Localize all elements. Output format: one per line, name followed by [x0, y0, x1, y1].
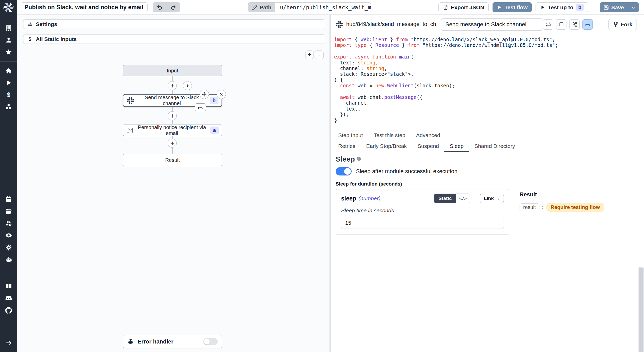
sidebar-item-discord[interactable]: [0, 292, 17, 304]
test-up-to-button[interactable]: Test up to b: [536, 2, 588, 12]
sidebar-item-user[interactable]: [0, 34, 17, 46]
windmill-logo-icon[interactable]: [3, 2, 14, 13]
home-icon: [5, 67, 12, 74]
test-flow-label: Test flow: [505, 4, 528, 11]
sidebar-item-robot[interactable]: [0, 254, 17, 266]
flow-node-email-step[interactable]: Personally notice recipient via email a: [123, 124, 222, 136]
play-icon: [497, 5, 502, 10]
sidebar-item-building[interactable]: [0, 22, 17, 34]
fork-button[interactable]: Fork: [608, 19, 637, 30]
sidebar-item-folder[interactable]: [0, 205, 17, 217]
redo-button[interactable]: [166, 2, 180, 12]
export-json-button[interactable]: Export JSON: [438, 2, 489, 12]
suspend-icon-button[interactable]: [569, 19, 580, 30]
error-handler-toggle[interactable]: [203, 338, 218, 345]
sidebar-item-calendar[interactable]: [0, 193, 17, 205]
tab-early-stop-break[interactable]: Early Stop/Break: [361, 141, 412, 152]
sidebar-item-eye[interactable]: [0, 229, 17, 241]
panel-resize-handle[interactable]: [329, 15, 331, 352]
sleep-value-input[interactable]: [341, 217, 504, 229]
eye-icon: [5, 232, 12, 239]
flow-node-result[interactable]: Result: [123, 154, 222, 166]
zoom-out-button[interactable]: -: [315, 51, 324, 59]
file-export-icon: [443, 5, 448, 10]
sleep-toggle-label: Sleep after module successful execution: [356, 168, 457, 175]
gmail-icon: [127, 127, 134, 134]
add-step-button[interactable]: [168, 139, 177, 148]
flow-settings-button[interactable]: Settings: [23, 19, 325, 29]
redo-icon: [170, 4, 176, 10]
save-dropdown-button[interactable]: [628, 2, 639, 12]
sidebar-item-users-cog[interactable]: [0, 217, 17, 229]
add-step-button[interactable]: [168, 111, 177, 120]
step-name-input[interactable]: [441, 18, 543, 31]
phone-incoming-icon: [572, 21, 578, 27]
static-mode-button[interactable]: Static: [434, 194, 456, 203]
test-up-to-label: Test up to: [548, 4, 573, 11]
move-step-button[interactable]: [200, 90, 209, 99]
flow-node-input[interactable]: Input: [123, 65, 222, 76]
step-badge: b: [576, 4, 584, 11]
email-step-badge: a: [210, 127, 219, 134]
sidebar-item-gear[interactable]: [0, 241, 17, 254]
sidebar-item-github[interactable]: [0, 304, 17, 316]
sleep-tab-content: Sleep Sleep after module successful exec…: [331, 152, 644, 352]
star-icon: [5, 49, 12, 56]
sidebar-group-main: $: [0, 65, 17, 113]
sleep-icon-button[interactable]: [582, 19, 593, 30]
export-json-label: Export JSON: [451, 4, 484, 11]
slack-icon: [127, 97, 134, 104]
test-flow-button[interactable]: Test flow: [493, 2, 532, 12]
info-icon[interactable]: [356, 156, 361, 161]
sidebar-item-home[interactable]: [0, 65, 17, 77]
result-key-chip[interactable]: result: [520, 203, 539, 211]
sidebar-item-dollar[interactable]: $: [0, 89, 17, 101]
link-button[interactable]: Link →: [480, 194, 504, 203]
sidebar-item-play[interactable]: [0, 77, 17, 89]
flow-title-input[interactable]: [21, 2, 148, 12]
sidebar-collapse[interactable]: [0, 334, 17, 352]
step-tabs-primary: Step InputTest this stepAdvanced: [331, 130, 644, 141]
scrollbar[interactable]: [638, 267, 644, 352]
zoom-in-button[interactable]: +: [305, 51, 314, 59]
add-step-button[interactable]: [168, 81, 177, 90]
tab-retries[interactable]: Retries: [333, 141, 361, 152]
path-value[interactable]: u/henri/publish_slack_wait_mail: [275, 3, 371, 12]
save-button[interactable]: Save: [600, 2, 628, 12]
undo-button[interactable]: [153, 2, 166, 12]
sleep-indicator-badge[interactable]: [195, 103, 206, 111]
close-icon: [218, 91, 224, 97]
bed-icon: [198, 105, 203, 110]
code-mode-button[interactable]: </>: [456, 194, 470, 203]
scrollbar-thumb[interactable]: [639, 267, 643, 352]
error-handler-node[interactable]: Error handler: [123, 335, 222, 348]
early-stop-icon-button[interactable]: [556, 19, 566, 30]
all-static-inputs-button[interactable]: $ All Static Inputs: [23, 34, 325, 44]
retries-icon-button[interactable]: [543, 19, 553, 30]
sleep-field-type: (number): [359, 195, 380, 202]
plus-icon: [170, 83, 175, 88]
trigger-button[interactable]: [183, 81, 192, 90]
sleep-toggle[interactable]: [336, 167, 352, 175]
sidebar-divider: [0, 61, 17, 62]
code-editor[interactable]: import { WebClient } from "https://deno.…: [331, 34, 644, 130]
delete-step-button[interactable]: [217, 90, 226, 99]
play-icon: [540, 5, 545, 10]
path-group[interactable]: Path u/henri/publish_slack_wait_mail: [248, 2, 371, 12]
tab-step-input[interactable]: Step Input: [333, 130, 368, 141]
path-button[interactable]: Path: [248, 3, 275, 12]
slack-step-badge: b: [210, 97, 218, 104]
folder-icon: [5, 208, 12, 215]
toggle-knob: [344, 168, 351, 175]
sleep-heading: Sleep: [336, 155, 355, 163]
tab-suspend[interactable]: Suspend: [412, 141, 444, 152]
sidebar-item-star[interactable]: [0, 46, 17, 58]
tab-shared-directory[interactable]: Shared Directory: [469, 141, 521, 152]
sidebar-item-book[interactable]: [0, 280, 17, 292]
tab-advanced[interactable]: Advanced: [411, 130, 445, 141]
tab-test-this-step[interactable]: Test this step: [368, 130, 411, 141]
calendar-icon: [5, 196, 12, 203]
tab-sleep[interactable]: Sleep: [444, 141, 469, 152]
sidebar-item-boxes[interactable]: [0, 101, 17, 113]
hub-script-path[interactable]: hub/849/slack/send_message_to_ch...: [346, 21, 437, 28]
